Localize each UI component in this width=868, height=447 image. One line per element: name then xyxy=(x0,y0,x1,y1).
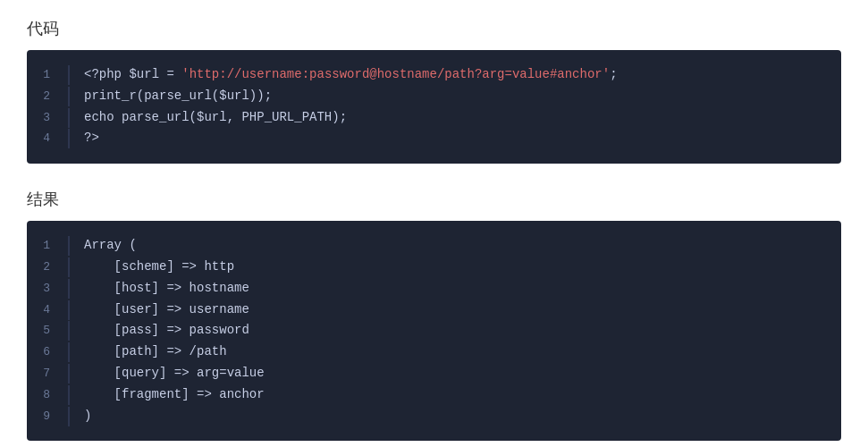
output-line-4: 4 [user] => username xyxy=(27,299,841,321)
output-line-3: 3 [host] => hostname xyxy=(27,278,841,299)
line-number-4: 4 xyxy=(27,129,70,148)
output-line-number-4: 4 xyxy=(27,300,70,320)
code-content-1: <?php $url = 'http://username:password@h… xyxy=(84,64,618,86)
output-content-4: [user] => username xyxy=(84,299,249,321)
output-block: 1 Array ( 2 [scheme] => http 3 [host] =>… xyxy=(27,221,841,441)
line-number-3: 3 xyxy=(27,108,70,128)
output-content-9: ) xyxy=(84,406,91,427)
output-content-1: Array ( xyxy=(84,235,137,257)
line-number-2: 2 xyxy=(27,87,70,106)
output-content-6: [path] => /path xyxy=(84,342,227,363)
output-line-6: 6 [path] => /path xyxy=(27,342,841,363)
code-line-2: 2 print_r(parse_url($url)); xyxy=(27,86,841,107)
output-content-3: [host] => hostname xyxy=(84,278,249,299)
output-line-number-9: 9 xyxy=(27,407,70,426)
code-line-4: 4 ?> xyxy=(27,128,841,149)
result-section-title: 结果 xyxy=(27,189,841,210)
output-line-number-7: 7 xyxy=(27,364,70,384)
output-content-7: [query] => arg=value xyxy=(84,363,265,384)
code-block: 1 <?php $url = 'http://username:password… xyxy=(27,50,841,164)
output-line-9: 9 ) xyxy=(27,406,841,427)
output-content-2: [scheme] => http xyxy=(84,257,234,278)
code-content-2: print_r(parse_url($url)); xyxy=(84,86,272,107)
output-line-8: 8 [fragment] => anchor xyxy=(27,384,841,406)
output-line-number-3: 3 xyxy=(27,279,70,299)
code-content-3: echo parse_url($url, PHP_URL_PATH); xyxy=(84,107,347,129)
output-line-number-6: 6 xyxy=(27,342,70,362)
code-line-3: 3 echo parse_url($url, PHP_URL_PATH); xyxy=(27,107,841,129)
code-line-1: 1 <?php $url = 'http://username:password… xyxy=(27,64,841,86)
output-line-number-1: 1 xyxy=(27,236,70,256)
code-content-4: ?> xyxy=(84,128,99,149)
output-line-7: 7 [query] => arg=value xyxy=(27,363,841,384)
output-line-number-5: 5 xyxy=(27,321,70,341)
output-content-8: [fragment] => anchor xyxy=(84,384,265,406)
line-number-1: 1 xyxy=(27,65,70,85)
output-content-5: [pass] => password xyxy=(84,320,249,342)
output-line-number-2: 2 xyxy=(27,257,70,277)
code-section-title: 代码 xyxy=(27,18,841,39)
output-line-2: 2 [scheme] => http xyxy=(27,257,841,278)
output-line-number-8: 8 xyxy=(27,385,70,405)
output-line-1: 1 Array ( xyxy=(27,235,841,257)
output-line-5: 5 [pass] => password xyxy=(27,320,841,342)
